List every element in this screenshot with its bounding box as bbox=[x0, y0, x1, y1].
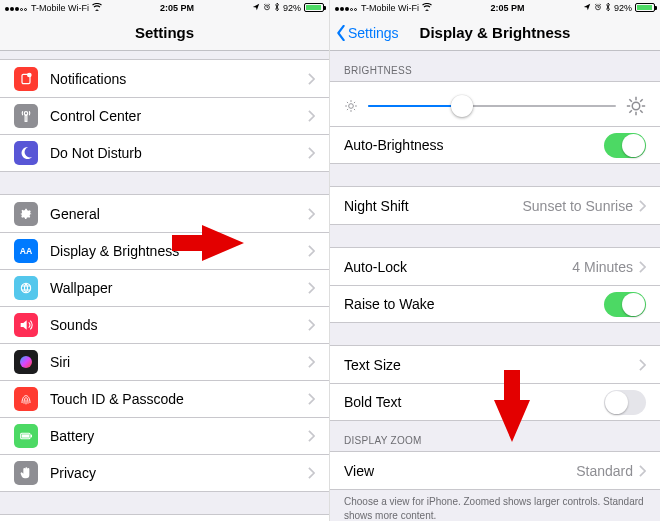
nav-bar: Settings bbox=[0, 15, 329, 51]
settings-row-touch-id-passcode[interactable]: Touch ID & Passcode bbox=[0, 380, 329, 417]
svg-point-6 bbox=[21, 283, 30, 292]
night-shift-row[interactable]: Night Shift Sunset to Sunrise bbox=[330, 187, 660, 224]
settings-row-itunes-app-store[interactable]: iTunes & App Store bbox=[0, 515, 329, 521]
chevron-right-icon bbox=[639, 261, 646, 273]
hand-icon bbox=[14, 461, 38, 485]
row-label: General bbox=[50, 206, 308, 222]
alarm-icon bbox=[594, 3, 602, 13]
settings-row-do-not-disturb[interactable]: Do Not Disturb bbox=[0, 134, 329, 171]
battery-pct: 92% bbox=[614, 3, 632, 13]
status-time: 2:05 PM bbox=[160, 3, 194, 13]
signal-dots-icon bbox=[335, 3, 358, 13]
settings-row-battery[interactable]: Battery bbox=[0, 417, 329, 454]
chevron-right-icon bbox=[308, 208, 315, 220]
night-shift-label: Night Shift bbox=[344, 198, 522, 214]
settings-row-privacy[interactable]: Privacy bbox=[0, 454, 329, 491]
wifi-icon bbox=[422, 3, 432, 13]
back-button[interactable]: Settings bbox=[336, 25, 399, 41]
row-label: Siri bbox=[50, 354, 308, 370]
view-value: Standard bbox=[576, 463, 633, 479]
carrier-label: T-Mobile Wi-Fi bbox=[361, 3, 419, 13]
notifications-icon bbox=[14, 67, 38, 91]
settings-row-general[interactable]: General bbox=[0, 195, 329, 232]
controlcenter-icon bbox=[14, 104, 38, 128]
chevron-right-icon bbox=[308, 282, 315, 294]
nav-title: Settings bbox=[135, 24, 194, 41]
auto-lock-label: Auto-Lock bbox=[344, 259, 572, 275]
chevron-right-icon bbox=[308, 467, 315, 479]
svg-point-3 bbox=[24, 112, 27, 115]
battery-pct: 92% bbox=[283, 3, 301, 13]
battery-icon bbox=[14, 424, 38, 448]
svg-line-33 bbox=[640, 99, 643, 102]
auto-brightness-row[interactable]: Auto-Brightness bbox=[330, 126, 660, 163]
signal-dots-icon bbox=[5, 3, 28, 13]
brightness-slider-row bbox=[330, 82, 660, 126]
svg-rect-9 bbox=[31, 435, 32, 438]
auto-brightness-toggle[interactable] bbox=[604, 133, 646, 158]
location-icon bbox=[583, 3, 591, 13]
auto-lock-value: 4 Minutes bbox=[572, 259, 633, 275]
svg-point-7 bbox=[20, 356, 32, 368]
raise-to-wake-label: Raise to Wake bbox=[344, 296, 604, 312]
chevron-right-icon bbox=[308, 319, 315, 331]
right-phone-display-brightness: T-Mobile Wi-Fi 2:05 PM 92% Settings Disp… bbox=[330, 0, 660, 521]
text-size-row[interactable]: Text Size bbox=[330, 346, 660, 383]
nav-bar: Settings Display & Brightness bbox=[330, 15, 660, 51]
chevron-right-icon bbox=[639, 465, 646, 477]
wifi-icon bbox=[92, 3, 102, 13]
svg-line-23 bbox=[347, 109, 348, 110]
settings-row-display-brightness[interactable]: AADisplay & Brightness bbox=[0, 232, 329, 269]
bluetooth-icon bbox=[605, 2, 611, 14]
row-label: Control Center bbox=[50, 108, 308, 124]
bold-text-row[interactable]: Bold Text bbox=[330, 383, 660, 420]
location-icon bbox=[252, 3, 260, 13]
settings-group-1: NotificationsControl CenterDo Not Distur… bbox=[0, 59, 329, 172]
gear-icon bbox=[14, 202, 38, 226]
svg-line-32 bbox=[629, 110, 632, 113]
sun-large-icon bbox=[626, 96, 646, 116]
bold-text-toggle[interactable] bbox=[604, 390, 646, 415]
row-label: Sounds bbox=[50, 317, 308, 333]
auto-lock-row[interactable]: Auto-Lock 4 Minutes bbox=[330, 248, 660, 285]
chevron-right-icon bbox=[308, 73, 315, 85]
battery-icon bbox=[635, 3, 655, 12]
brightness-header: BRIGHTNESS bbox=[330, 51, 660, 81]
chevron-right-icon bbox=[639, 359, 646, 371]
nav-title: Display & Brightness bbox=[420, 24, 571, 41]
chevron-right-icon bbox=[308, 147, 315, 159]
settings-row-control-center[interactable]: Control Center bbox=[0, 97, 329, 134]
row-label: Display & Brightness bbox=[50, 243, 308, 259]
sounds-icon bbox=[14, 313, 38, 337]
brightness-slider[interactable] bbox=[368, 105, 616, 107]
row-label: Touch ID & Passcode bbox=[50, 391, 308, 407]
auto-brightness-label: Auto-Brightness bbox=[344, 137, 604, 153]
status-bar: T-Mobile Wi-Fi 2:05 PM 92% bbox=[330, 0, 660, 15]
brightness-group: Auto-Brightness bbox=[330, 81, 660, 164]
aa-icon: AA bbox=[14, 239, 38, 263]
display-zoom-footer: Choose a view for iPhone. Zoomed shows l… bbox=[330, 490, 660, 521]
siri-icon bbox=[14, 350, 38, 374]
settings-row-siri[interactable]: Siri bbox=[0, 343, 329, 380]
raise-to-wake-toggle[interactable] bbox=[604, 292, 646, 317]
svg-line-31 bbox=[640, 110, 643, 113]
settings-row-sounds[interactable]: Sounds bbox=[0, 306, 329, 343]
sun-small-icon bbox=[344, 99, 358, 113]
back-label: Settings bbox=[348, 25, 399, 41]
chevron-right-icon bbox=[308, 393, 315, 405]
svg-line-30 bbox=[629, 99, 632, 102]
settings-row-notifications[interactable]: Notifications bbox=[0, 60, 329, 97]
carrier-label: T-Mobile Wi-Fi bbox=[31, 3, 89, 13]
row-label: Privacy bbox=[50, 465, 308, 481]
settings-row-wallpaper[interactable]: Wallpaper bbox=[0, 269, 329, 306]
row-label: Notifications bbox=[50, 71, 308, 87]
svg-line-21 bbox=[347, 102, 348, 103]
row-label: Battery bbox=[50, 428, 308, 444]
view-row[interactable]: View Standard bbox=[330, 452, 660, 489]
chevron-right-icon bbox=[308, 110, 315, 122]
row-label: Wallpaper bbox=[50, 280, 308, 296]
status-time: 2:05 PM bbox=[490, 3, 524, 13]
bold-text-label: Bold Text bbox=[344, 394, 604, 410]
svg-line-24 bbox=[354, 102, 355, 103]
raise-to-wake-row[interactable]: Raise to Wake bbox=[330, 285, 660, 322]
